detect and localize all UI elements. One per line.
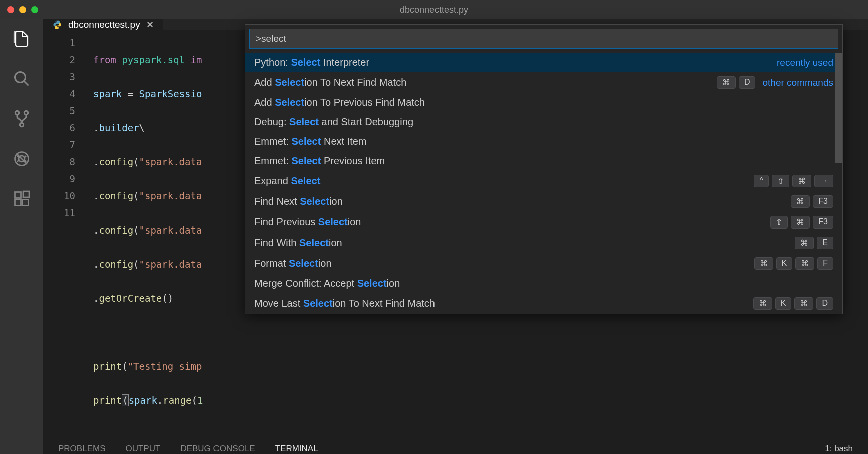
svg-line-10 [17, 160, 19, 162]
command-palette-item[interactable]: Debug: Select and Start Debugging [245, 112, 842, 132]
editor-area: dbconnecttest.py ✕ 1 2 3 4 5 6 7 8 9 10 … [43, 19, 868, 454]
panel-tab-output[interactable]: OUTPUT [125, 444, 160, 454]
editor-tab[interactable]: dbconnecttest.py ✕ [43, 19, 163, 30]
svg-point-3 [24, 111, 28, 115]
python-file-icon [52, 20, 62, 30]
command-palette-list[interactable]: Python: Select Interpreterrecently usedA… [245, 53, 842, 314]
command-label: Expand Select [254, 175, 320, 187]
command-palette-item[interactable]: Python: Select Interpreterrecently used [245, 53, 842, 72]
keyboard-shortcut: ^⇧⌘→ [754, 175, 833, 187]
keyboard-shortcut: ⇧⌘F3 [770, 216, 833, 229]
keyboard-shortcut: ⌘K⌘F [754, 257, 833, 270]
panel-tab-debug-console[interactable]: DEBUG CONSOLE [180, 444, 255, 454]
command-palette-item[interactable]: Find Next Selection⌘F3 [245, 191, 842, 212]
command-palette-item[interactable]: Expand Select^⇧⌘→ [245, 171, 842, 191]
svg-rect-13 [15, 200, 21, 206]
svg-rect-15 [23, 191, 29, 197]
command-palette-item[interactable]: Emmet: Select Previous Item [245, 151, 842, 171]
command-label: Find Next Selection [254, 196, 343, 207]
keyboard-shortcut: ⌘K⌘D [753, 297, 833, 310]
explorer-icon[interactable] [11, 28, 32, 49]
panel-tab-problems[interactable]: PROBLEMS [58, 444, 105, 454]
tab-filename: dbconnecttest.py [68, 19, 140, 30]
command-label: Add Selection To Previous Find Match [254, 97, 425, 108]
svg-point-0 [15, 72, 26, 83]
workbench: dbconnecttest.py ✕ 1 2 3 4 5 6 7 8 9 10 … [0, 19, 868, 454]
command-label: Move Last Selection To Next Find Match [254, 298, 435, 309]
command-palette-item[interactable]: Move Last Selection To Next Find Match⌘K… [245, 293, 842, 314]
svg-point-4 [20, 123, 24, 127]
command-palette-item[interactable]: Emmet: Select Next Item [245, 132, 842, 151]
bottom-panel: PROBLEMS OUTPUT DEBUG CONSOLE TERMINAL 1… [43, 443, 868, 454]
keyboard-shortcut: ⌘F3 [791, 195, 833, 208]
search-icon[interactable] [11, 68, 32, 89]
activity-bar [0, 19, 43, 454]
command-label: Add Selection To Next Find Match [254, 77, 406, 88]
window-maximize-button[interactable] [31, 6, 38, 13]
traffic-lights [7, 6, 38, 13]
command-group-label: other commands [762, 77, 833, 88]
keyboard-shortcut: ⌘E [795, 237, 833, 249]
panel-tab-terminal[interactable]: TERMINAL [275, 444, 318, 454]
command-palette: Python: Select Interpreterrecently usedA… [245, 24, 843, 314]
command-label: Emmet: Select Previous Item [254, 155, 385, 167]
debug-icon[interactable] [11, 148, 32, 169]
command-palette-item[interactable]: Merge Conflict: Accept Selection [245, 274, 842, 293]
svg-line-9 [25, 156, 26, 157]
scrollbar[interactable] [835, 53, 842, 163]
svg-rect-14 [23, 200, 29, 206]
command-group-label: recently used [777, 57, 833, 68]
command-label: Emmet: Select Next Item [254, 136, 367, 147]
command-label: Find Previous Selection [254, 216, 361, 228]
titlebar: dbconnecttest.py [0, 0, 868, 19]
command-label: Python: Select Interpreter [254, 57, 369, 68]
svg-point-2 [15, 111, 19, 115]
command-label: Debug: Select and Start Debugging [254, 116, 413, 128]
window-close-button[interactable] [7, 6, 14, 13]
command-palette-item[interactable]: Find With Selection⌘E [245, 233, 842, 253]
command-label: Format Selection [254, 258, 332, 269]
command-palette-item[interactable]: Find Previous Selection⇧⌘F3 [245, 212, 842, 233]
keyboard-shortcut: ⌘D [717, 76, 756, 89]
command-palette-item[interactable]: Format Selection⌘K⌘F [245, 253, 842, 274]
terminal-selector[interactable]: 1: bash [825, 444, 853, 454]
window-minimize-button[interactable] [19, 6, 26, 13]
command-palette-item[interactable]: Add Selection To Previous Find Match [245, 93, 842, 112]
command-label: Merge Conflict: Accept Selection [254, 278, 400, 289]
line-numbers: 1 2 3 4 5 6 7 8 9 10 11 [43, 34, 93, 443]
command-label: Find With Selection [254, 237, 342, 249]
source-control-icon[interactable] [11, 108, 32, 129]
svg-line-1 [24, 81, 29, 86]
command-palette-item[interactable]: Add Selection To Next Find Match⌘Dother … [245, 72, 842, 93]
svg-rect-12 [15, 192, 21, 198]
extensions-icon[interactable] [11, 188, 32, 209]
command-palette-input[interactable] [249, 29, 838, 49]
close-icon[interactable]: ✕ [146, 19, 154, 30]
window-title: dbconnecttest.py [0, 5, 868, 15]
